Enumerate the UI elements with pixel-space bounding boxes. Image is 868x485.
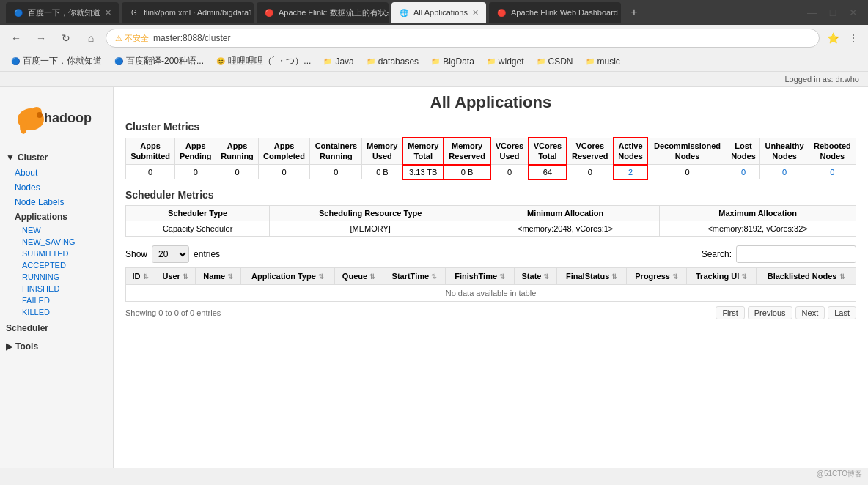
val-unhealthy-nodes[interactable]: 0 (760, 165, 809, 179)
previous-button[interactable]: Previous (748, 306, 792, 319)
col-header-lost-nodes: LostNodes (727, 138, 760, 165)
unhealthy-nodes-link[interactable]: 0 (782, 168, 787, 177)
scheduler-col-max-alloc: Maximum Allocation (660, 205, 856, 221)
tab-close-baidu[interactable]: ✕ (105, 8, 111, 18)
col-name[interactable]: Name ⇅ (196, 267, 241, 284)
bookmark-databases[interactable]: 📁 databases (361, 55, 423, 68)
tab-icon-flink: G (129, 7, 139, 18)
sidebar-item-submitted[interactable]: SUBMITTED (0, 248, 113, 259)
show-entries-control: Show 10 20 50 100 entries (125, 245, 220, 263)
first-button[interactable]: First (716, 306, 744, 319)
bookmark-java[interactable]: 📁 Java (318, 55, 358, 68)
bookmark-translate[interactable]: 🔵 百度翻译-200种语... (109, 53, 208, 69)
active-nodes-link[interactable]: 2 (628, 168, 633, 177)
extensions-button[interactable]: ⭐ (824, 29, 842, 47)
sidebar-scheduler-section: Scheduler (0, 321, 113, 336)
bookmark-csdn[interactable]: 📁 CSDN (532, 55, 578, 68)
tab-label-flink: flink/pom.xml · Admin/bigdata1 (144, 8, 253, 17)
col-header-memory-used: MemoryUsed (362, 138, 402, 165)
val-active-nodes[interactable]: 2 (614, 165, 648, 179)
val-lost-nodes[interactable]: 0 (727, 165, 760, 179)
sort-icon-finishtime: ⇅ (499, 273, 505, 281)
col-blacklisted-nodes[interactable]: Blacklisted Nodes ⇅ (757, 267, 856, 284)
forward-button[interactable]: → (31, 28, 51, 48)
sidebar-item-new[interactable]: NEW (0, 224, 113, 236)
col-application-type[interactable]: Application Type ⇅ (241, 267, 335, 284)
val-rebooted-nodes[interactable]: 0 (809, 165, 856, 179)
col-header-apps-submitted: AppsSubmitted (126, 138, 175, 165)
val-containers-running: 0 (310, 165, 362, 179)
bookmark-baidu[interactable]: 🔵 百度一下，你就知道 (6, 53, 106, 69)
scheduler-type-val: Capacity Scheduler (126, 221, 270, 236)
tab-icon-all-applications: 🌐 (399, 7, 409, 18)
bookmark-icon-music: 📁 (585, 56, 595, 67)
bookmark-label-bili: 哩哩哩哩（´ ・つ）... (228, 55, 311, 67)
next-button[interactable]: Next (795, 306, 825, 319)
col-tracking-ui[interactable]: Tracking UI ⇅ (687, 267, 757, 284)
sidebar-item-finished[interactable]: FINISHED (0, 283, 113, 295)
sort-icon-starttime: ⇅ (431, 273, 437, 281)
sidebar-item-killed[interactable]: KILLED (0, 306, 113, 318)
sidebar-tools-header[interactable]: ▶ Tools (0, 338, 113, 355)
maximize-button[interactable]: □ (824, 4, 842, 21)
col-header-decommissioned-nodes: DecommissionedNodes (647, 138, 727, 165)
rebooted-nodes-link[interactable]: 0 (830, 168, 834, 177)
tab-all-applications[interactable]: 🌐 All Applications ✕ (391, 2, 486, 23)
sidebar-item-accepted[interactable]: ACCEPTED (0, 259, 113, 271)
col-state[interactable]: State ⇅ (514, 267, 556, 284)
bookmark-bigdata[interactable]: 📁 BigData (426, 55, 479, 68)
sidebar-cluster-label: Cluster (18, 152, 48, 163)
col-finalstatus[interactable]: FinalStatus ⇅ (557, 267, 627, 284)
sidebar-item-nodes[interactable]: Nodes (0, 180, 113, 195)
minimize-button[interactable]: — (803, 4, 821, 21)
no-data-message: No data available in table (126, 284, 856, 301)
bookmark-icon-translate: 🔵 (114, 56, 124, 67)
bookmark-widget[interactable]: 📁 widget (482, 55, 529, 68)
val-vcores-used: 0 (490, 165, 529, 179)
svg-point-1 (20, 119, 27, 134)
col-progress[interactable]: Progress ⇅ (627, 267, 687, 284)
show-entries-select[interactable]: 10 20 50 100 (152, 245, 189, 263)
bookmark-music[interactable]: 📁 music (581, 55, 625, 68)
tab-close-all-applications[interactable]: ✕ (472, 8, 479, 18)
sidebar-scheduler-label[interactable]: Scheduler (0, 321, 113, 336)
close-button[interactable]: ✕ (845, 4, 862, 21)
sidebar-cluster-header[interactable]: ▼ Cluster (0, 149, 113, 166)
col-finishtime[interactable]: FinishTime ⇅ (446, 267, 515, 284)
last-button[interactable]: Last (828, 306, 856, 319)
refresh-button[interactable]: ↻ (56, 28, 76, 48)
col-header-vcores-used: VCoresUsed (490, 138, 529, 165)
sidebar-applications-label: Applications (0, 210, 113, 224)
bookmark-icon-bili: 😊 (216, 56, 226, 67)
tab-flink[interactable]: G flink/pom.xml · Admin/bigdata1 ✕ (122, 2, 254, 23)
col-starttime[interactable]: StartTime ⇅ (383, 267, 446, 284)
sidebar-item-failed[interactable]: FAILED (0, 295, 113, 306)
settings-button[interactable]: ⋮ (845, 29, 862, 47)
search-input[interactable] (736, 245, 856, 263)
sort-icon-queue: ⇅ (369, 273, 375, 281)
sort-icon-user: ⇅ (183, 273, 188, 281)
bookmark-label-csdn: CSDN (548, 56, 573, 67)
tab-apache-flink[interactable]: 🔴 Apache Flink: 数据流上的有状态... ✕ (257, 2, 389, 23)
col-id[interactable]: ID ⇅ (126, 267, 155, 284)
sidebar-item-new-saving[interactable]: NEW_SAVING (0, 236, 113, 248)
sidebar-item-node-labels[interactable]: Node Labels (0, 195, 113, 210)
tab-flink-dashboard[interactable]: 🔴 Apache Flink Web Dashboard ✕ (489, 2, 621, 23)
back-button[interactable]: ← (6, 28, 26, 48)
bookmark-bili[interactable]: 😊 哩哩哩哩（´ ・つ）... (211, 53, 315, 69)
lost-nodes-link[interactable]: 0 (741, 168, 746, 177)
sidebar-item-running[interactable]: RUNNING (0, 271, 113, 283)
home-button[interactable]: ⌂ (81, 28, 101, 48)
val-apps-completed: 0 (258, 165, 310, 179)
tools-chevron-icon: ▶ (6, 341, 12, 352)
col-queue[interactable]: Queue ⇅ (334, 267, 383, 284)
col-user[interactable]: User ⇅ (155, 267, 196, 284)
address-bar[interactable]: ⚠ 不安全 master:8088/cluster (106, 29, 820, 48)
val-memory-total: 3.13 TB (402, 165, 444, 179)
tab-icon-flink-dashboard: 🔴 (496, 7, 507, 18)
val-apps-submitted: 0 (126, 165, 175, 179)
new-tab-button[interactable]: + (624, 2, 644, 23)
tab-baidu[interactable]: 🔵 百度一下，你就知道 ✕ (6, 2, 119, 23)
sidebar-item-about[interactable]: About (0, 166, 113, 180)
tab-icon-baidu: 🔵 (13, 7, 23, 18)
